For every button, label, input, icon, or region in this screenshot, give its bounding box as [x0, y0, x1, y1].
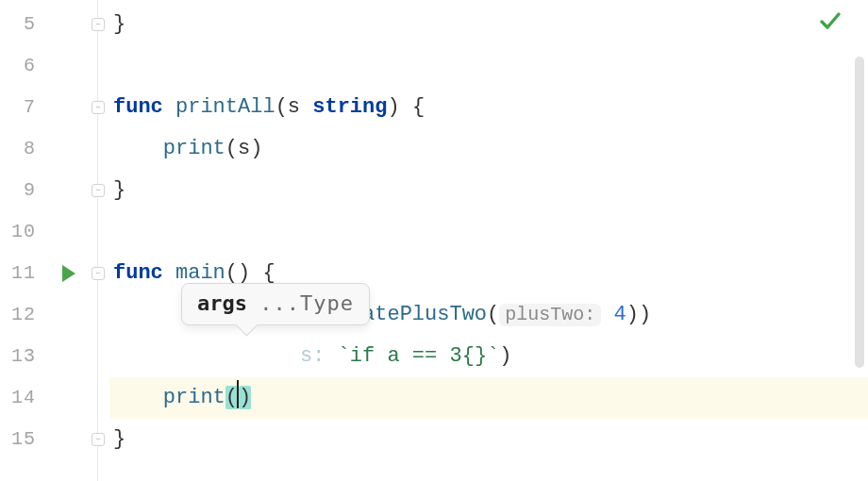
fold-gutter-cell: [87, 128, 109, 170]
run-gutter: [53, 0, 87, 481]
code-line[interactable]: print(s): [109, 128, 868, 170]
token-brace: }: [113, 12, 125, 36]
token-call: print: [163, 386, 225, 409]
token-func-name: main: [175, 261, 225, 285]
tooltip-param-type: ...Type: [259, 291, 354, 315]
tooltip-param-name: args: [197, 291, 247, 315]
code-line[interactable]: XXXXXXXXXX s: `if a == 3{}`): [109, 336, 868, 377]
token-indent: [113, 344, 163, 368]
token-number: 4: [614, 303, 626, 326]
run-gutter-cell[interactable]: [53, 253, 87, 294]
line-number[interactable]: 9: [0, 170, 53, 211]
fold-toggle-icon[interactable]: –: [92, 184, 105, 197]
run-gutter-cell: [53, 128, 87, 170]
fold-gutter-cell: [87, 377, 109, 419]
run-gutter-cell: [53, 294, 87, 336]
analysis-ok-icon[interactable]: [819, 9, 842, 32]
token-indent: [113, 303, 163, 326]
token-punct: (): [225, 261, 250, 285]
fold-toggle-icon[interactable]: –: [92, 101, 105, 114]
run-gutter-cell: [53, 170, 87, 211]
token-indent: [113, 386, 163, 409]
code-line[interactable]: [109, 45, 868, 87]
code-line[interactable]: }: [109, 170, 868, 211]
code-line-active[interactable]: print(): [109, 377, 868, 419]
token-punct: (: [225, 137, 238, 160]
line-number[interactable]: 5: [0, 4, 53, 45]
token-brace: }: [113, 178, 125, 202]
line-number[interactable]: 7: [0, 87, 53, 128]
run-gutter-cell: [53, 377, 87, 419]
line-number-gutter: 5 6 7 8 9 10 11 12 13 14 15: [0, 0, 53, 481]
code-line[interactable]: }: [109, 4, 868, 45]
line-number[interactable]: 12: [0, 294, 53, 336]
run-gutter-cell: [53, 4, 87, 45]
fold-gutter-cell[interactable]: –: [87, 419, 109, 460]
code-line[interactable]: }: [109, 419, 868, 460]
line-number[interactable]: 13: [0, 336, 53, 377]
fold-toggle-icon[interactable]: –: [92, 18, 105, 31]
fold-gutter: – – – – –: [87, 0, 109, 481]
fold-gutter-cell: [87, 45, 109, 87]
token-brace: {: [412, 95, 425, 119]
token-brace: {: [262, 261, 275, 285]
run-icon[interactable]: [62, 265, 75, 282]
token-func-name: printAll: [175, 95, 275, 119]
fold-gutter-cell: [87, 336, 109, 377]
code-line[interactable]: [109, 211, 868, 253]
line-number[interactable]: 8: [0, 128, 53, 170]
fold-gutter-cell[interactable]: –: [87, 253, 109, 294]
fold-toggle-icon[interactable]: –: [92, 267, 105, 280]
fold-gutter-cell[interactable]: –: [87, 170, 109, 211]
fold-gutter-cell[interactable]: –: [87, 87, 109, 128]
token-keyword: func: [113, 261, 163, 285]
token-faded: s:: [288, 344, 326, 368]
line-number[interactable]: 11: [0, 253, 53, 294]
line-number[interactable]: 15: [0, 419, 53, 460]
run-gutter-cell: [53, 87, 87, 128]
line-number[interactable]: 14: [0, 377, 53, 419]
fold-toggle-icon[interactable]: –: [92, 433, 105, 446]
token-punct: (: [487, 303, 499, 326]
scrollbar-thumb[interactable]: [855, 57, 864, 368]
token-type: string: [312, 95, 387, 119]
fold-gutter-cell: [87, 294, 109, 336]
token-punct: ): [387, 95, 399, 119]
token-call: print: [163, 137, 225, 160]
run-gutter-cell: [53, 211, 87, 253]
token-punct: )): [626, 303, 651, 326]
token-call-partial: atePlusTwo: [362, 303, 487, 326]
code-line[interactable]: func printAll(s string) {: [109, 87, 868, 128]
inlay-hint: plusTwo:: [499, 304, 601, 326]
token-punct: ): [499, 344, 511, 368]
fold-gutter-cell[interactable]: –: [87, 4, 109, 45]
token-indent: [113, 137, 163, 160]
token-punct: ): [250, 137, 262, 160]
code-area[interactable]: } func printAll(s string) { print(s) } f…: [109, 0, 868, 481]
token-keyword: func: [113, 95, 163, 119]
token-hint-label: plusTwo:: [505, 304, 595, 325]
line-number[interactable]: 6: [0, 45, 53, 87]
token-raw-string: `if a == 3{}`: [338, 344, 500, 368]
line-number[interactable]: 10: [0, 211, 53, 253]
token-arg: s: [238, 137, 250, 160]
token-matched-paren: ): [239, 386, 251, 409]
fold-gutter-cell: [87, 211, 109, 253]
token-punct: (: [275, 95, 288, 119]
token-param: s: [288, 95, 300, 119]
code-editor[interactable]: 5 6 7 8 9 10 11 12 13 14 15 – – – –: [0, 0, 868, 481]
run-gutter-cell: [53, 336, 87, 377]
parameter-info-tooltip: args ...Type: [181, 283, 370, 325]
run-gutter-cell: [53, 45, 87, 87]
run-gutter-cell: [53, 419, 87, 460]
token-brace: }: [113, 427, 125, 451]
